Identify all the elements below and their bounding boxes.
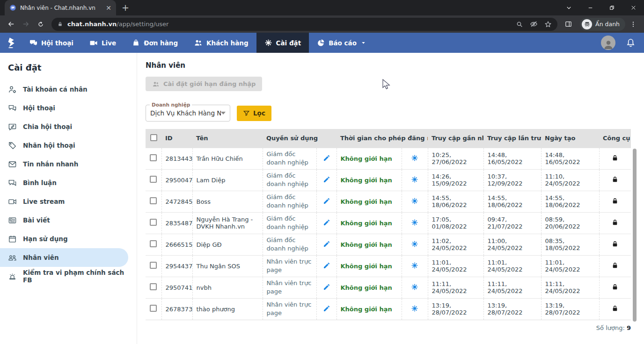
close-icon — [630, 4, 637, 11]
header-id: ID — [161, 129, 192, 148]
sidebar-item-tin-nhan-nhanh[interactable]: Tin nhắn nhanh — [0, 155, 128, 173]
edit-role-button[interactable] — [323, 219, 330, 226]
edit-role-button[interactable] — [323, 154, 330, 162]
bell-icon[interactable] — [626, 38, 636, 48]
nav-item-hoi-thoai[interactable]: Hội thoại — [22, 33, 81, 53]
user-avatar[interactable] — [601, 36, 615, 50]
row-checkbox[interactable] — [150, 219, 157, 226]
business-select[interactable]: Doanh nghiệp Dịch Vụ Khách Hàng N... — [146, 105, 230, 122]
back-button[interactable] — [4, 17, 18, 31]
lock-account-button[interactable] — [611, 283, 619, 291]
edit-login-time-button[interactable] — [411, 154, 418, 162]
edit-login-time-button[interactable] — [411, 305, 418, 312]
cell-created: 13:19, 28/07/2022 — [541, 298, 599, 320]
sidebar-item-label: Hội thoại — [23, 104, 55, 112]
edit-role-button[interactable] — [323, 176, 330, 183]
nav-item-bao-cao[interactable]: Báo cáo — [309, 33, 374, 53]
lock-account-button[interactable] — [611, 154, 619, 162]
edit-login-time-button[interactable] — [411, 176, 418, 183]
edit-login-time-button[interactable] — [411, 283, 418, 291]
edit-login-time-button[interactable] — [411, 219, 418, 226]
row-checkbox[interactable] — [150, 240, 157, 247]
cell-last-access: 14:55, 18/06/2022 — [428, 191, 483, 212]
gear-icon — [411, 240, 418, 248]
window-close-button[interactable] — [622, 0, 644, 15]
new-tab-button[interactable]: + — [122, 3, 129, 12]
sidebar-item-nhan-vien[interactable]: Nhân viên — [0, 248, 128, 267]
pencil-icon — [323, 262, 330, 269]
tab-close-icon[interactable]: ✕ — [106, 4, 111, 12]
lock-account-button[interactable] — [611, 197, 619, 205]
select-all-checkbox[interactable] — [150, 134, 157, 141]
eye-off-icon[interactable] — [530, 20, 538, 28]
sidebar-item-kiem-tra-vi-pham[interactable]: Kiểm tra vi phạm chính sách FB — [0, 267, 128, 286]
lock-account-button[interactable] — [611, 176, 619, 183]
cell-id: 2950047 — [161, 169, 192, 191]
window-minimize-button[interactable] — [579, 0, 601, 15]
incognito-badge[interactable]: Ẩn danh — [580, 18, 625, 31]
edit-login-time-button[interactable] — [411, 240, 418, 248]
chevron-down-icon — [565, 4, 572, 11]
sidebar-item-bai-viet[interactable]: Bài viết — [0, 211, 128, 229]
bookmark-star-icon[interactable] — [544, 21, 552, 28]
lock-account-button[interactable] — [611, 240, 619, 248]
side-panel-button[interactable] — [561, 17, 575, 31]
sidebar-item-han-su-dung[interactable]: Hạn sử dụng — [0, 229, 128, 248]
cell-name: Lam Diệp — [192, 169, 263, 191]
siren-icon — [8, 272, 17, 281]
row-checkbox[interactable] — [150, 262, 157, 269]
url-bar[interactable]: chat.nhanh.vn/app/setting/user — [51, 18, 557, 31]
window-restore-button[interactable] — [601, 0, 622, 15]
record-count-value: 9 — [627, 324, 631, 331]
browser-menu-button[interactable] — [626, 17, 640, 31]
login-limit-button[interactable]: Cài đặt giới hạn đăng nhập — [146, 77, 262, 91]
edit-login-time-button[interactable] — [411, 197, 418, 205]
lock-account-button[interactable] — [611, 219, 619, 226]
sidebar-item-label: Bài viết — [23, 216, 50, 224]
row-checkbox[interactable] — [150, 305, 157, 312]
gear-icon — [411, 176, 418, 183]
table-scrollbar[interactable] — [633, 149, 637, 322]
sidebar-item-label: Kiểm tra vi phạm chính sách FB — [23, 269, 128, 284]
cell-created: 08:59, 20/06/2022 — [541, 212, 599, 234]
cell-last-access: 11:11, 24/05/2022 — [428, 277, 483, 298]
nav-item-live[interactable]: Live — [81, 33, 124, 53]
edit-role-button[interactable] — [323, 305, 330, 312]
edit-role-button[interactable] — [323, 240, 330, 248]
sidebar-item-live-stream[interactable]: Live stream — [0, 192, 128, 211]
lock-account-button[interactable] — [611, 262, 619, 269]
nav-item-cai-dat[interactable]: Cài đặt — [256, 33, 309, 53]
nav-item-khach-hang[interactable]: Khách hàng — [186, 33, 256, 53]
sidebar-item-hoi-thoai[interactable]: Hội thoại — [0, 99, 128, 117]
lock-account-button[interactable] — [611, 305, 619, 312]
window-chevron-button[interactable] — [558, 0, 579, 15]
sidebar-item-label: Nhãn hội thoại — [23, 142, 75, 149]
nav-item-don-hang[interactable]: Đơn hàng — [124, 33, 186, 53]
edit-role-button[interactable] — [323, 262, 330, 269]
row-checkbox[interactable] — [150, 197, 157, 204]
edit-login-time-button[interactable] — [411, 262, 418, 269]
forward-button[interactable] — [19, 17, 33, 31]
back-icon — [7, 20, 15, 28]
header-name: Tên — [192, 129, 263, 148]
edit-role-button[interactable] — [323, 197, 330, 205]
sidebar-item-binh-luan[interactable]: Bình luận — [0, 173, 128, 192]
row-checkbox[interactable] — [150, 154, 157, 161]
sidebar-item-chia-hoi-thoai[interactable]: Chia hội thoại — [0, 117, 128, 136]
table-row: 2472845 Boss Giám đốc doanh nghiệp Không… — [146, 191, 631, 212]
row-checkbox[interactable] — [150, 283, 157, 290]
edit-role-button[interactable] — [323, 283, 330, 291]
reload-button[interactable] — [34, 17, 48, 31]
filter-button[interactable]: Lọc — [237, 106, 271, 121]
login-limit-button-label: Cài đặt giới hạn đăng nhập — [163, 80, 256, 87]
cell-id: 2813443 — [161, 148, 192, 169]
cell-created: 08:35, 18/05/2022 — [541, 234, 599, 255]
nhanh-logo[interactable] — [0, 33, 22, 53]
row-checkbox[interactable] — [150, 176, 157, 183]
sidebar-item-tai-khoan-ca-nhan[interactable]: Tài khoản cá nhân — [0, 80, 128, 99]
minimize-icon — [587, 4, 594, 11]
zoom-icon[interactable] — [516, 21, 523, 28]
sidebar-item-nhan-hoi-thoai[interactable]: Nhãn hội thoại — [0, 136, 128, 155]
cell-last-access: 11:02, 24/05/2022 — [428, 234, 483, 255]
browser-tab[interactable]: Nhân viên - Chat.nhanh.vn ✕ — [5, 0, 116, 15]
